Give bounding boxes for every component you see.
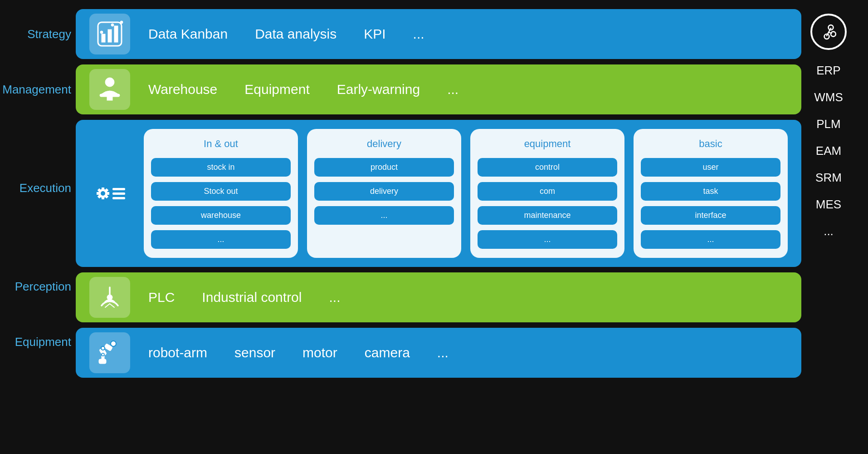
equipment-item-1: sensor [234, 345, 275, 360]
svg-point-31 [111, 341, 116, 346]
card-title-equipment: equipment [524, 138, 571, 150]
execution-icon [89, 173, 130, 214]
card-btn-more-1[interactable]: ... [314, 206, 454, 225]
strategy-icon [89, 14, 130, 54]
strategy-row: Data Kanban Data analysis KPI ... [76, 9, 801, 59]
svg-rect-14 [97, 192, 99, 195]
perception-row: PLC Industrial control ... [76, 272, 801, 322]
svg-point-36 [831, 31, 836, 36]
perception-label: Perception [15, 280, 71, 294]
exec-card-equipment: equipment control com maintenance ... [470, 129, 624, 258]
card-title-delivery: delivery [367, 138, 401, 150]
management-item-2: Early-warning [337, 82, 420, 97]
card-btn-control[interactable]: control [478, 158, 617, 177]
management-row: Warehouse Equipment Early-warning ... [76, 64, 801, 114]
strategy-item-2: KPI [364, 26, 385, 42]
equipment-icon [89, 332, 130, 373]
strategy-item-3: ... [413, 26, 424, 42]
card-btn-maintenance[interactable]: maintenance [478, 206, 617, 225]
svg-rect-21 [112, 192, 125, 195]
svg-rect-20 [112, 188, 125, 190]
main-container: Strategy Management Execution Perception… [12, 9, 856, 445]
right-item-6: ... [824, 224, 834, 238]
svg-rect-15 [107, 192, 109, 195]
svg-point-33 [102, 353, 104, 356]
svg-line-26 [110, 304, 114, 307]
equipment-label: Equipment [15, 335, 71, 349]
strategy-label: Strategy [27, 27, 71, 41]
management-icon [89, 69, 130, 110]
management-item-0: Warehouse [148, 82, 217, 97]
equipment-item-0: robot-arm [148, 345, 207, 360]
card-title-basic: basic [699, 138, 722, 150]
management-item-3: ... [447, 82, 458, 97]
execution-row: In & out stock in Stock out warehouse ..… [76, 120, 801, 267]
exec-card-in-out: In & out stock in Stock out warehouse ..… [144, 129, 298, 258]
execution-label: Execution [20, 181, 71, 195]
equipment-item-3: camera [365, 345, 410, 360]
card-btn-com[interactable]: com [478, 182, 617, 201]
perception-icon [89, 277, 130, 318]
svg-point-11 [101, 191, 105, 196]
svg-line-25 [105, 304, 110, 307]
exec-card-delivery: delivery product delivery ... [307, 129, 461, 258]
card-btn-task[interactable]: task [641, 182, 780, 201]
right-item-3: EAM [816, 144, 841, 158]
management-item-1: Equipment [244, 82, 309, 97]
layers-column: Data Kanban Data analysis KPI ... Wareho… [76, 9, 801, 445]
svg-point-6 [120, 21, 123, 24]
right-panel-items: ERP WMS PLM EAM SRM MES ... [814, 64, 843, 238]
right-item-5: MES [816, 197, 841, 212]
svg-rect-1 [102, 34, 105, 42]
card-btn-stock-out[interactable]: Stock out [151, 182, 291, 201]
perception-item-2: ... [329, 290, 340, 305]
perception-item-1: Industrial control [202, 290, 302, 305]
card-btn-product[interactable]: product [314, 158, 454, 177]
svg-rect-2 [108, 30, 112, 42]
right-item-4: SRM [815, 171, 842, 185]
strategy-items: Data Kanban Data analysis KPI ... [148, 26, 788, 42]
perception-items: PLC Industrial control ... [148, 290, 788, 305]
card-btn-interface[interactable]: interface [641, 206, 780, 225]
equipment-item-2: motor [302, 345, 337, 360]
management-items: Warehouse Equipment Early-warning ... [148, 82, 788, 97]
execution-cards: In & out stock in Stock out warehouse ..… [144, 129, 788, 258]
exec-card-basic: basic user task interface ... [634, 129, 788, 258]
svg-rect-3 [114, 26, 118, 42]
right-item-0: ERP [816, 64, 840, 78]
svg-rect-9 [107, 93, 112, 100]
svg-rect-22 [112, 197, 125, 199]
card-btn-stock-in[interactable]: stock in [151, 158, 291, 177]
card-btn-more-3[interactable]: ... [641, 230, 780, 249]
strategy-item-0: Data Kanban [148, 26, 228, 42]
svg-point-7 [105, 78, 114, 87]
svg-point-5 [111, 24, 114, 26]
equipment-item-4: ... [437, 345, 449, 360]
equipment-row: robot-arm sensor motor camera ... [76, 328, 801, 378]
svg-point-32 [101, 346, 105, 350]
link-icon [810, 14, 847, 50]
card-title-in-out: In & out [204, 138, 238, 150]
right-item-1: WMS [814, 90, 843, 104]
perception-item-0: PLC [148, 290, 175, 305]
card-btn-user[interactable]: user [641, 158, 780, 177]
card-btn-more-0[interactable]: ... [151, 230, 291, 249]
svg-rect-12 [102, 188, 104, 190]
svg-rect-13 [102, 197, 104, 199]
right-item-2: PLM [816, 117, 840, 131]
strategy-item-1: Data analysis [255, 26, 336, 42]
management-label: Management [2, 83, 71, 97]
card-btn-delivery[interactable]: delivery [314, 182, 454, 201]
card-btn-more-2[interactable]: ... [478, 230, 617, 249]
card-btn-warehouse[interactable]: warehouse [151, 206, 291, 225]
right-panel: ERP WMS PLM EAM SRM MES ... [801, 9, 856, 445]
equipment-items: robot-arm sensor motor camera ... [148, 345, 788, 360]
svg-point-4 [100, 31, 103, 34]
